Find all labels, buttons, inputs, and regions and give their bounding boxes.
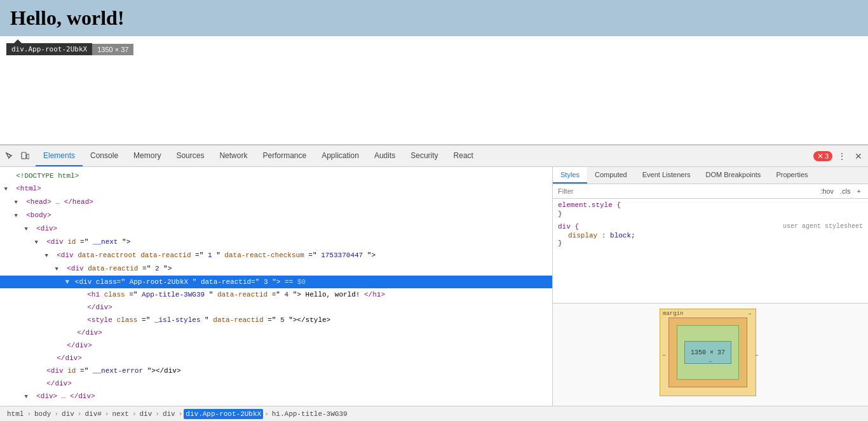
breadcrumb-div2[interactable]: div — [137, 409, 154, 419]
breadcrumb-div-hash[interactable]: div# — [83, 409, 103, 419]
devtools-tab-bar: Elements Console Memory Sources Network … — [36, 145, 481, 166]
html-line-div1[interactable]: <div> — [0, 222, 552, 236]
devtools-panel: Elements Console Memory Sources Network … — [0, 145, 868, 421]
breadcrumb-body[interactable]: body — [32, 409, 53, 419]
breadcrumb-div1[interactable]: div — [60, 409, 76, 419]
device-icon[interactable] — [18, 149, 32, 163]
tab-react[interactable]: React — [446, 145, 481, 166]
page-heading: Hello, world! — [10, 6, 125, 29]
more-options-icon[interactable]: ⋮ — [835, 149, 849, 163]
style-rule-div: div { user agent stylesheet display : bl… — [558, 223, 863, 247]
svg-rect-0 — [22, 152, 26, 159]
box-model-diagram: margin – border – padding – 1350 × 37 — [660, 309, 761, 401]
error-x-icon: ✕ — [817, 152, 824, 161]
tab-memory[interactable]: Memory — [126, 145, 168, 166]
breadcrumb-html[interactable]: html — [5, 409, 25, 419]
toolbar-right-controls: ✕ 3 ⋮ ✕ — [813, 149, 865, 163]
style-display-prop: display : block; — [558, 232, 863, 239]
triangle-div-reactid2[interactable] — [55, 263, 63, 275]
triangle-head[interactable] — [15, 196, 22, 208]
html-line-div-reactid2[interactable]: <div data-reactid =" 2 "> — [0, 262, 552, 276]
error-count: 3 — [825, 152, 829, 160]
html-line-close-next[interactable]: </div> — [0, 377, 552, 390]
html-line-body[interactable]: <body> — [0, 209, 552, 222]
html-line-h1[interactable]: <h1 class =" App-title-3WG39 " data-reac… — [0, 288, 552, 301]
style-origin-div: user agent stylesheet — [783, 223, 863, 230]
html-line-close-div2[interactable]: </div> — [0, 326, 552, 339]
triangle-div1[interactable] — [25, 223, 32, 235]
html-line-close-div1c[interactable]: </div> — [0, 352, 552, 364]
triangle-div-next[interactable] — [35, 236, 43, 248]
html-line-div-approot[interactable]: ▼ <div class=" App-root-2UbkX " data-rea… — [0, 276, 552, 288]
html-line-div-next[interactable]: <div id =" __next "> — [0, 236, 552, 249]
html-line-close-div1b[interactable]: </div> — [0, 339, 552, 352]
right-outer-dash: – — [755, 352, 759, 359]
triangle-div-reactroot[interactable] — [45, 250, 53, 262]
tab-security[interactable]: Security — [403, 145, 445, 166]
filter-cls-button[interactable]: .cls — [838, 187, 853, 196]
styles-content: element.style { } div { user agent style… — [553, 199, 868, 303]
style-selector-element: element.style { — [558, 201, 863, 209]
devtools-content: <!DOCTYPE html> <html> <head> … </head> … — [0, 167, 868, 406]
styles-tab-properties[interactable]: Properties — [768, 167, 815, 184]
svg-rect-1 — [27, 154, 29, 159]
tooltip-arrow — [13, 39, 23, 44]
html-line-close-div3[interactable]: </div> — [0, 301, 552, 314]
tab-elements[interactable]: Elements — [36, 145, 83, 166]
content-size: 1350 × 37 — [691, 349, 725, 356]
tab-network[interactable]: Network — [212, 145, 255, 166]
styles-tab-dom-breakpoints[interactable]: DOM Breakpoints — [698, 167, 769, 184]
triangle-html[interactable] — [4, 183, 12, 195]
html-line-div-reactroot[interactable]: <div data-reactroot data-reactid =" 1 " … — [0, 249, 552, 262]
close-devtools-icon[interactable]: ✕ — [851, 149, 865, 163]
margin-label: margin — [663, 311, 683, 317]
filter-buttons: :hov .cls + — [818, 187, 863, 196]
left-outer-dash: – — [662, 352, 666, 359]
html-line-div-nexterror[interactable]: <div id =" __next-error "></div> — [0, 364, 552, 377]
tab-sources[interactable]: Sources — [168, 145, 212, 166]
styles-tab-computed[interactable]: Computed — [587, 167, 635, 184]
devtools-toolbar: Elements Console Memory Sources Network … — [0, 145, 868, 167]
styles-tab-event-listeners[interactable]: Event Listeners — [635, 167, 698, 184]
html-line-div-dots[interactable]: <div> … </div> — [0, 390, 552, 403]
styles-tab-bar: Styles Computed Event Listeners DOM Brea… — [553, 167, 868, 184]
styles-filter-bar: :hov .cls + — [553, 184, 868, 199]
selected-triangle: ▼ — [65, 278, 70, 286]
breadcrumb-h1-title[interactable]: h1.App-title-3WG39 — [270, 409, 349, 419]
style-selector-div: div { user agent stylesheet — [558, 223, 863, 231]
breadcrumb-next[interactable]: next — [110, 409, 130, 419]
breadcrumb: html › body › div › div# › next › div › … — [0, 406, 868, 421]
margin-dash-top: – — [748, 311, 752, 317]
style-closing-0: } — [558, 210, 863, 218]
styles-filter-input[interactable] — [558, 187, 816, 195]
html-line-style[interactable]: <style class =" _isl-styles " data-react… — [0, 314, 552, 326]
box-model-section: margin – border – padding – 1350 × 37 — [553, 303, 868, 406]
bottom-outer-dash: – — [709, 358, 712, 365]
elements-panel: <!DOCTYPE html> <html> <head> … </head> … — [0, 167, 553, 406]
element-tooltip: div.App-root-2UbkX 1350 × 37 — [6, 43, 133, 55]
tab-application[interactable]: Application — [314, 145, 367, 166]
breadcrumb-app-root[interactable]: div.App-root-2UbkX — [184, 409, 263, 419]
styles-panel: Styles Computed Event Listeners DOM Brea… — [553, 167, 868, 406]
filter-hov-button[interactable]: :hov — [818, 187, 836, 196]
styles-tab-styles[interactable]: Styles — [553, 167, 587, 184]
app-banner: Hello, world! — [0, 0, 868, 36]
tab-console[interactable]: Console — [83, 145, 126, 166]
html-line-head[interactable]: <head> … </head> — [0, 196, 552, 209]
tooltip-tag-name: div.App-root-2UbkX — [6, 43, 92, 55]
error-badge[interactable]: ✕ 3 — [813, 151, 832, 161]
style-rule-element: element.style { } — [558, 201, 863, 218]
html-line-doctype[interactable]: <!DOCTYPE html> — [0, 170, 552, 182]
tab-audits[interactable]: Audits — [367, 145, 403, 166]
style-closing-1: } — [558, 239, 863, 247]
html-line-html[interactable]: <html> — [0, 182, 552, 196]
browser-preview: Hello, world! div.App-root-2UbkX 1350 × … — [0, 0, 868, 145]
tab-performance[interactable]: Performance — [255, 145, 314, 166]
inspect-icon[interactable] — [3, 149, 17, 163]
triangle-body[interactable] — [15, 210, 22, 222]
breadcrumb-div3[interactable]: div — [161, 409, 177, 419]
filter-add-button[interactable]: + — [855, 187, 863, 196]
tooltip-dimensions: 1350 × 37 — [92, 44, 133, 55]
triangle-div-dots[interactable] — [25, 391, 32, 403]
